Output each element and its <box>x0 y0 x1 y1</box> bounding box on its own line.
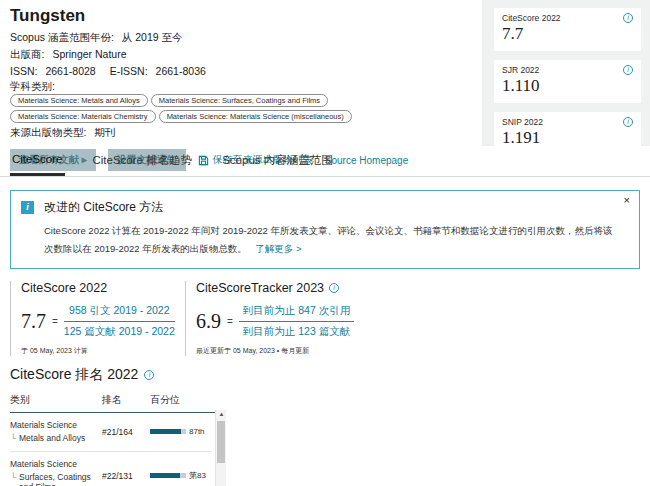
source-homepage-label: Source Homepage <box>325 155 408 166</box>
info-icon[interactable]: i <box>144 370 154 380</box>
subject-tag[interactable]: Materials Science: Materials Science (mi… <box>159 110 352 123</box>
tree-branch-icon: └ <box>10 433 16 443</box>
table-row: Materials Science └ Metals and Alloys #2… <box>10 413 212 452</box>
coverage-value: 从 2019 至今 <box>122 31 183 45</box>
sjr-metric-value: 1.110 <box>502 76 540 96</box>
banner-body-text: CiteScore 2022 计算在 2019-2022 年间对 2019-20… <box>44 225 613 254</box>
equals-sign: = <box>227 316 233 327</box>
publisher-value: Springer Nature <box>52 48 126 60</box>
table-row: Materials Science └ Surfaces, Coatings a… <box>10 452 212 486</box>
info-icon[interactable]: i <box>329 283 339 293</box>
snip-metric-value: 1.191 <box>502 128 543 148</box>
citescore-metric-label: CiteScore 2022 <box>502 13 561 23</box>
subject-tags: Materials Science: Metals and Alloys Mat… <box>10 94 430 123</box>
info-icon[interactable]: i <box>623 13 633 23</box>
subject-line: 学科类别: Materials Science: Metals and Allo… <box>10 80 472 123</box>
eissn-label: E-ISSN: <box>110 65 148 77</box>
source-type-label: 来源出版物类型: <box>10 126 86 140</box>
metrics-panel: CiteScore 2022 7.7 i SJR 2022 1.110 i SN… <box>482 0 650 146</box>
info-icon[interactable]: i <box>623 117 633 127</box>
citescore-metric-card: CiteScore 2022 7.7 i <box>494 8 641 51</box>
page-title: Tungsten <box>10 6 472 26</box>
caret-icon: ▸ <box>82 154 87 165</box>
citations-link[interactable]: 958 引文 2019 - 2022 <box>64 304 175 322</box>
publisher-label: 出版商: <box>10 48 44 62</box>
row-subfield: Metals and Alloys <box>19 433 85 443</box>
scroll-up-icon[interactable]: ▲ <box>216 411 227 417</box>
publisher-line: 出版商: Springer Nature <box>10 48 472 62</box>
snip-metric-card: SNIP 2022 1.191 i <box>494 112 641 155</box>
row-field: Materials Science <box>10 420 102 430</box>
eissn-value: 2661-8036 <box>156 65 206 77</box>
source-homepage-link[interactable]: Source Homepage <box>325 155 408 166</box>
tree-branch-icon: └ <box>10 472 16 486</box>
citescore-2022-value: 7.7 <box>21 310 46 333</box>
tab-scopus-content-coverage[interactable]: Scopus 内容涵盖范围 <box>220 146 335 176</box>
subject-tag[interactable]: Materials Science: Metals and Alloys <box>10 94 148 107</box>
citescore-2022-title: CiteScore 2022 <box>21 281 182 295</box>
source-type-value: 期刊 <box>94 126 115 140</box>
scrollbar-thumb[interactable] <box>217 421 225 463</box>
column-category: 类别 <box>10 393 102 407</box>
rank-table-header: 类别 排名 百分位 <box>10 393 226 413</box>
documents-link[interactable]: 125 篇文献 2019 - 2022 <box>64 322 175 339</box>
row-field: Materials Science <box>10 459 102 469</box>
learn-more-link[interactable]: 了解更多 > <box>255 243 301 254</box>
column-rank: 排名 <box>102 393 150 407</box>
table-scrollbar[interactable]: ▲ ▼ <box>215 410 226 486</box>
rank-section-title: CiteScore 排名 2022 <box>10 366 138 384</box>
equals-sign: = <box>52 316 58 327</box>
banner-body: CiteScore 2022 计算在 2019-2022 年间对 2019-20… <box>44 222 613 258</box>
issn-label: ISSN: <box>10 65 37 77</box>
issn-value: 2661-8028 <box>45 65 95 77</box>
percentile-bar <box>150 473 186 478</box>
column-percentile: 百分位 <box>150 393 212 407</box>
citescore-calculated-date: 于 05 May, 2023 计算 <box>21 346 182 356</box>
sjr-metric-card: SJR 2022 1.110 i <box>494 60 641 103</box>
row-percentile: 87th <box>189 427 205 436</box>
citescore-2022-block: CiteScore 2022 7.7 = 958 引文 2019 - 2022 … <box>10 281 182 356</box>
issn-line: ISSN: 2661-8028 E-ISSN: 2661-8036 <box>10 65 472 77</box>
tracker-citations-link[interactable]: 到目前为止 847 次引用 <box>239 304 354 322</box>
tab-citescore-rank-trend[interactable]: CiteScore 排名趋势 <box>91 146 195 176</box>
header-section: Tungsten Scopus 涵盖范围年份: 从 2019 至今 出版商: S… <box>0 0 650 146</box>
percentile-bar-fill <box>150 473 180 478</box>
sjr-metric-label: SJR 2022 <box>502 65 540 75</box>
tracker-value: 6.9 <box>196 310 221 333</box>
subject-label: 学科类别: <box>10 80 55 94</box>
banner-title: 改进的 CiteScore 方法 <box>44 199 163 216</box>
tab-citescore[interactable]: CiteScore <box>10 146 65 176</box>
row-percentile: 第83 <box>189 470 206 481</box>
row-rank: #21/164 <box>102 427 150 437</box>
row-rank: #22/131 <box>102 471 150 481</box>
save-icon <box>198 155 209 166</box>
source-type-line: 来源出版物类型: 期刊 <box>10 126 472 140</box>
percentile-bar-fill <box>150 429 181 434</box>
info-square-icon: i <box>21 201 34 214</box>
citescore-blocks: CiteScore 2022 7.7 = 958 引文 2019 - 2022 … <box>10 281 640 356</box>
close-icon[interactable]: × <box>624 195 630 206</box>
row-subfield: Surfaces, Coatings and Films <box>19 472 102 486</box>
tracker-documents-link[interactable]: 到目前为止 123 篇文献 <box>239 322 354 339</box>
subject-tag[interactable]: Materials Science: Surfaces, Coatings an… <box>151 94 328 107</box>
citescore-rank-section: CiteScore 排名 2022 i 类别 排名 百分位 Materials … <box>10 366 640 486</box>
citescore-tracker-block: CiteScoreTracker 2023 i 6.9 = 到目前为止 847 … <box>185 281 354 356</box>
subject-tag[interactable]: Materials Science: Materials Chemistry <box>10 110 156 123</box>
info-icon[interactable]: i <box>623 65 633 75</box>
snip-metric-label: SNIP 2022 <box>502 117 543 127</box>
tracker-title: CiteScoreTracker 2023 <box>196 281 324 295</box>
coverage-label: Scopus 涵盖范围年份: <box>10 31 114 45</box>
citescore-methodology-banner: i 改进的 CiteScore 方法 CiteScore 2022 计算在 20… <box>10 190 640 269</box>
rank-table: 类别 排名 百分位 Materials Science └ Metals and… <box>10 393 226 486</box>
tracker-updated-date: 最近更新于 05 May, 2023 • 每月更新 <box>196 346 354 356</box>
coverage-line: Scopus 涵盖范围年份: 从 2019 至今 <box>10 31 472 45</box>
percentile-bar <box>150 429 186 434</box>
citescore-metric-value: 7.7 <box>502 24 561 44</box>
